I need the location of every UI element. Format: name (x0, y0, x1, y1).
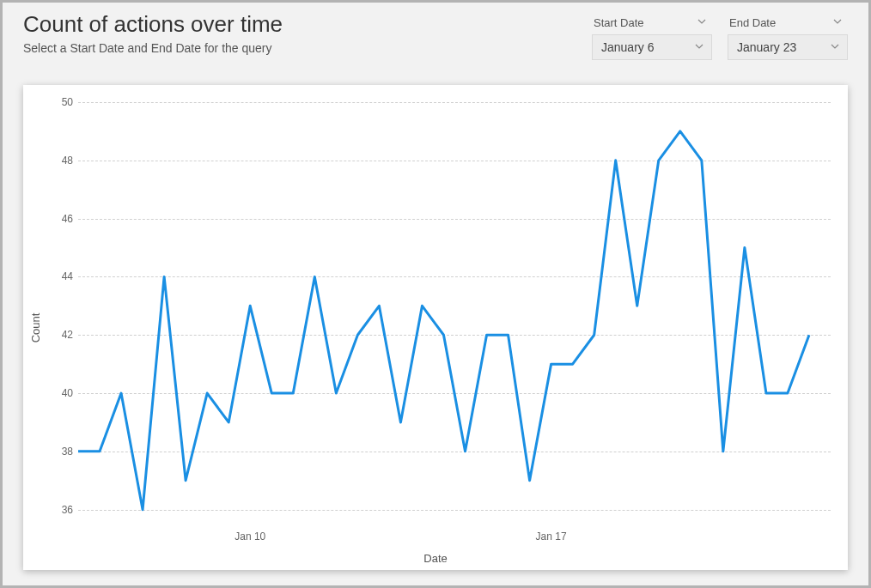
x-tick-label: Jan 10 (234, 530, 265, 543)
y-tick-label: 44 (62, 270, 73, 282)
end-date-select[interactable]: January 23 (728, 34, 848, 60)
chart-card: Count Date 3638404244464850Jan 10Jan 17 (23, 85, 848, 570)
chart-series-line (78, 131, 809, 510)
y-tick-label: 42 (62, 329, 73, 341)
end-date-label: End Date (729, 16, 776, 29)
x-axis-label: Date (423, 552, 447, 565)
end-date-picker: End Date January 23 (728, 15, 848, 60)
title-block: Count of actions over time Select a Star… (23, 11, 592, 55)
y-tick-label: 38 (62, 446, 73, 458)
chevron-down-icon (830, 40, 840, 54)
y-axis-label: Count (29, 312, 42, 342)
page-title: Count of actions over time (23, 11, 592, 38)
start-date-picker: Start Date January 6 (592, 15, 712, 60)
end-date-value: January 23 (737, 40, 796, 54)
chevron-down-icon (694, 40, 704, 54)
page-subtitle: Select a Start Date and End Date for the… (23, 41, 592, 55)
start-date-label: Start Date (594, 16, 644, 29)
date-pickers: Start Date January 6 End Date (592, 15, 848, 60)
chart-plot-area: 3638404244464850Jan 10Jan 17 (78, 102, 831, 527)
y-tick-label: 40 (62, 387, 73, 399)
y-tick-label: 50 (62, 96, 73, 108)
x-tick-label: Jan 17 (536, 530, 567, 543)
header: Count of actions over time Select a Star… (3, 3, 868, 72)
start-date-value: January 6 (601, 40, 654, 54)
chevron-down-icon (832, 16, 843, 29)
dashboard-frame: Count of actions over time Select a Star… (0, 0, 871, 588)
chart-line (78, 102, 831, 527)
y-tick-label: 36 (62, 504, 73, 516)
chevron-down-icon (697, 16, 707, 29)
y-tick-label: 48 (62, 155, 73, 167)
y-tick-label: 46 (62, 213, 73, 225)
end-date-label-row[interactable]: End Date (728, 15, 848, 31)
start-date-label-row[interactable]: Start Date (592, 15, 712, 31)
start-date-select[interactable]: January 6 (592, 34, 712, 60)
